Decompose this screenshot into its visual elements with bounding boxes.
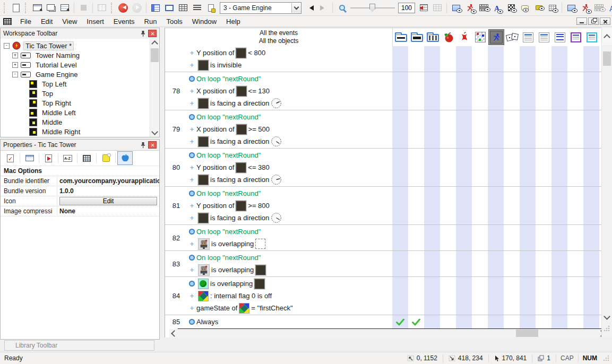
view-frame-button[interactable]	[162, 2, 176, 14]
property-value[interactable]: 1.0.0	[57, 187, 159, 195]
tree-item-tic-tac-tower[interactable]: -Tic Tac Tower *	[1, 41, 150, 50]
properties-close-button[interactable]	[148, 141, 157, 149]
scroll-down-button[interactable]	[150, 128, 159, 137]
object-column-dice[interactable]	[504, 29, 520, 45]
zoom-lens-button[interactable]	[335, 2, 349, 14]
event-conditions[interactable]: is overlapping + : internal flag 0 is of…	[187, 277, 392, 315]
event-grid-cells[interactable]	[392, 110, 602, 148]
tree-item-tutorial-level[interactable]: +Tutorial Level	[1, 60, 150, 70]
scrollbar-thumb[interactable]	[603, 51, 611, 66]
condition-line[interactable]: On loop "nextRound"	[187, 73, 392, 85]
event-number[interactable]	[165, 46, 187, 72]
event-number[interactable]: 81	[165, 187, 187, 224]
properties-tab-runtime[interactable]	[41, 151, 56, 165]
filter2-active-button[interactable]	[578, 2, 592, 14]
event-conditions[interactable]: On loop "nextRound"+ is overlapping	[187, 225, 392, 250]
frame-editor-button[interactable]	[44, 2, 58, 14]
filter-active-button[interactable]	[463, 2, 477, 14]
event-conditions[interactable]: On loop "nextRound"+ is overlapping	[187, 251, 392, 276]
object-column-list-purple[interactable]	[568, 29, 584, 45]
tree-item-middle-right[interactable]: Middle Right	[1, 127, 150, 136]
condition-line[interactable]: + is invisible	[187, 59, 392, 71]
condition-line[interactable]: On loop "nextRound"	[187, 149, 392, 161]
menu-item-view[interactable]: View	[57, 16, 82, 27]
event-conditions[interactable]: On loop "nextRound"+Y position of >= 800…	[187, 187, 392, 224]
expander-plus-icon[interactable]: +	[12, 62, 18, 68]
condition-line[interactable]: + is overlapping	[187, 264, 392, 276]
condition-line[interactable]: +Y position of <= 380	[187, 161, 392, 174]
condition-line[interactable]: +X position of <= 130	[187, 85, 392, 97]
event-conditions[interactable]: +Y position of < 800+ is invisible	[187, 46, 392, 72]
object-column-list-plain2[interactable]	[536, 29, 552, 45]
workspace-scrollbar[interactable]	[150, 39, 159, 137]
menu-item-insert[interactable]: Insert	[82, 16, 109, 27]
expander-plus-icon[interactable]: +	[12, 53, 18, 58]
filter-bubble-button[interactable]	[518, 2, 532, 14]
event-grid-cells[interactable]	[392, 315, 602, 328]
condition-line[interactable]: On loop "nextRound"	[187, 226, 392, 238]
filter-board-button[interactable]	[504, 2, 518, 14]
filter2-system-button[interactable]	[564, 2, 578, 14]
restore-button[interactable]	[588, 18, 599, 25]
condition-line[interactable]: + is facing a direction	[187, 135, 392, 148]
event-grid-cells[interactable]	[392, 187, 602, 224]
menu-item-tools[interactable]: Tools	[161, 16, 187, 27]
scrollbar-thumb[interactable]	[516, 330, 538, 337]
condition-line[interactable]: On loop "nextRound"	[187, 111, 392, 123]
tree-item-top[interactable]: Top	[1, 89, 150, 98]
condition-line[interactable]: + : internal flag 0 is off	[187, 290, 392, 302]
pin-icon[interactable]	[139, 141, 146, 149]
event-conditions[interactable]: On loop "nextRound"+X position of >= 500…	[187, 110, 392, 148]
menu-item-window[interactable]: Window	[187, 16, 221, 27]
property-value[interactable]: com.yourcompany.yourapplication	[57, 177, 159, 185]
object-column-runner[interactable]	[488, 29, 504, 45]
condition-line[interactable]: +Y position of < 800	[187, 47, 392, 59]
checkmark-icon[interactable]	[408, 318, 424, 325]
goto-event-button[interactable]	[417, 2, 430, 14]
event-grid-cells[interactable]	[392, 46, 602, 72]
tree-item-tower-naming[interactable]: +Tower Naming	[1, 50, 150, 60]
vertical-scrollbar[interactable]	[601, 28, 612, 337]
scroll-up-button[interactable]	[602, 28, 612, 46]
properties-tab-events[interactable]	[79, 151, 94, 165]
zoom-input[interactable]	[398, 3, 415, 13]
condition-line[interactable]: On loop "nextRound"	[187, 187, 392, 200]
view-grid-button[interactable]	[176, 2, 190, 14]
event-conditions[interactable]: On loop "nextRound"+Y position of <= 380…	[187, 149, 392, 186]
horizontal-scrollbar[interactable]	[169, 329, 606, 337]
library-toolbar-tab[interactable]: Library Toolbar	[4, 340, 154, 351]
minimize-button[interactable]	[576, 18, 587, 25]
property-value[interactable]: None	[57, 207, 159, 215]
condition-line[interactable]: + is facing a direction	[187, 212, 392, 224]
expander-minus-icon[interactable]: -	[4, 43, 10, 49]
filter2-text-button[interactable]	[606, 2, 612, 14]
event-editor-button[interactable]	[58, 2, 72, 14]
condition-line[interactable]: +gameState of = "firstCheck"	[187, 302, 392, 314]
event-number[interactable]: 80	[165, 149, 187, 186]
workspace-close-button[interactable]	[148, 30, 157, 37]
new-file-button[interactable]	[9, 2, 23, 14]
properties-tab-values[interactable]	[60, 151, 75, 165]
event-grid-cells[interactable]	[392, 225, 602, 250]
condition-line[interactable]: +Y position of >= 800	[187, 200, 392, 212]
zoom-slider[interactable]	[350, 3, 395, 13]
menu-item-edit[interactable]: Edit	[36, 16, 57, 27]
properties-tab-settings[interactable]	[3, 151, 18, 165]
object-column-folder-flat[interactable]	[393, 29, 409, 45]
scroll-up-button[interactable]	[150, 39, 159, 47]
tree-item-top-right[interactable]: Top Right	[1, 98, 150, 108]
object-column-list-cyan[interactable]	[584, 29, 600, 45]
object-column-apple-worm[interactable]	[441, 29, 456, 45]
condition-line[interactable]: Always	[187, 316, 392, 328]
pin-icon[interactable]	[139, 30, 146, 37]
chevron-down-icon[interactable]	[291, 3, 301, 13]
filter-plug-button[interactable]	[532, 2, 546, 14]
object-column-list-plain[interactable]	[520, 29, 536, 45]
scrollbar-thumb[interactable]	[151, 48, 159, 62]
event-grid-cells[interactable]	[392, 72, 602, 110]
object-column-folder-cols[interactable]	[425, 29, 441, 45]
tree-item-top-left[interactable]: Top Left	[1, 79, 150, 89]
condition-line[interactable]: +X position of >= 500	[187, 123, 392, 135]
storyboard-editor-button[interactable]	[30, 2, 44, 14]
view-rows-button[interactable]	[190, 2, 204, 14]
